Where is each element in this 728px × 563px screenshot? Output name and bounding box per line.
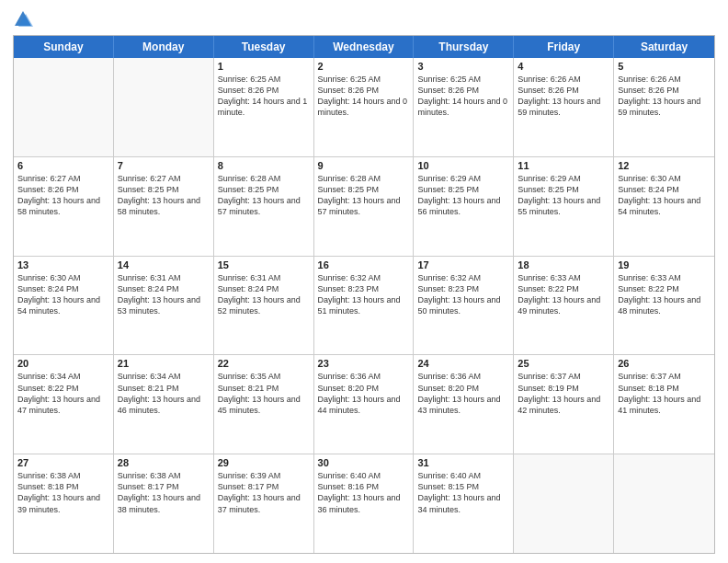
day-info: Sunrise: 6:33 AM Sunset: 8:22 PM Dayligh… (518, 272, 609, 317)
day-number: 31 (417, 457, 509, 468)
day-info: Sunrise: 6:37 AM Sunset: 8:19 PM Dayligh… (518, 371, 609, 416)
header-day-wednesday: Wednesday (314, 36, 415, 58)
day-info: Sunrise: 6:29 AM Sunset: 8:25 PM Dayligh… (518, 173, 609, 218)
day-number: 20 (17, 358, 109, 369)
day-info: Sunrise: 6:25 AM Sunset: 8:26 PM Dayligh… (417, 74, 509, 119)
day-number: 14 (118, 259, 210, 270)
cal-cell: 7Sunrise: 6:27 AM Sunset: 8:25 PM Daylig… (114, 157, 214, 256)
day-number: 11 (518, 160, 609, 171)
day-number: 18 (518, 259, 609, 270)
day-number: 27 (17, 457, 109, 468)
day-info: Sunrise: 6:35 AM Sunset: 8:21 PM Dayligh… (218, 371, 310, 416)
week-row-1: 1Sunrise: 6:25 AM Sunset: 8:26 PM Daylig… (14, 58, 714, 156)
day-info: Sunrise: 6:28 AM Sunset: 8:25 PM Dayligh… (218, 173, 310, 218)
cal-cell: 24Sunrise: 6:36 AM Sunset: 8:20 PM Dayli… (414, 355, 514, 454)
page: SundayMondayTuesdayWednesdayThursdayFrid… (0, 0, 728, 563)
day-number: 22 (218, 358, 310, 369)
day-number: 23 (318, 358, 410, 369)
week-row-4: 20Sunrise: 6:34 AM Sunset: 8:22 PM Dayli… (14, 354, 714, 454)
day-number: 17 (417, 259, 509, 270)
cal-cell: 8Sunrise: 6:28 AM Sunset: 8:25 PM Daylig… (214, 157, 314, 256)
cal-cell (114, 58, 214, 156)
day-info: Sunrise: 6:34 AM Sunset: 8:21 PM Dayligh… (118, 371, 210, 416)
day-info: Sunrise: 6:40 AM Sunset: 8:15 PM Dayligh… (417, 470, 509, 515)
cal-cell: 27Sunrise: 6:38 AM Sunset: 8:18 PM Dayli… (14, 454, 114, 553)
header-day-friday: Friday (514, 36, 614, 58)
cal-cell: 12Sunrise: 6:30 AM Sunset: 8:24 PM Dayli… (614, 157, 714, 256)
cal-cell: 1Sunrise: 6:25 AM Sunset: 8:26 PM Daylig… (214, 58, 314, 156)
calendar-header: SundayMondayTuesdayWednesdayThursdayFrid… (14, 36, 714, 58)
day-number: 8 (218, 160, 310, 171)
day-info: Sunrise: 6:31 AM Sunset: 8:24 PM Dayligh… (218, 272, 310, 317)
cal-cell: 16Sunrise: 6:32 AM Sunset: 8:23 PM Dayli… (314, 257, 415, 355)
cal-cell (514, 454, 614, 553)
day-info: Sunrise: 6:34 AM Sunset: 8:22 PM Dayligh… (17, 371, 109, 416)
header-day-saturday: Saturday (614, 36, 714, 58)
day-info: Sunrise: 6:27 AM Sunset: 8:25 PM Dayligh… (118, 173, 210, 218)
day-info: Sunrise: 6:25 AM Sunset: 8:26 PM Dayligh… (318, 74, 410, 119)
calendar: SundayMondayTuesdayWednesdayThursdayFrid… (13, 35, 715, 554)
cal-cell (14, 58, 114, 156)
header-day-monday: Monday (114, 36, 214, 58)
day-info: Sunrise: 6:36 AM Sunset: 8:20 PM Dayligh… (417, 371, 509, 416)
cal-cell: 30Sunrise: 6:40 AM Sunset: 8:16 PM Dayli… (314, 454, 415, 553)
cal-cell: 4Sunrise: 6:26 AM Sunset: 8:26 PM Daylig… (514, 58, 614, 156)
day-info: Sunrise: 6:37 AM Sunset: 8:18 PM Dayligh… (618, 371, 711, 416)
cal-cell: 17Sunrise: 6:32 AM Sunset: 8:23 PM Dayli… (414, 257, 514, 355)
cal-cell: 20Sunrise: 6:34 AM Sunset: 8:22 PM Dayli… (14, 355, 114, 454)
day-info: Sunrise: 6:38 AM Sunset: 8:17 PM Dayligh… (118, 470, 210, 515)
cal-cell: 11Sunrise: 6:29 AM Sunset: 8:25 PM Dayli… (514, 157, 614, 256)
day-info: Sunrise: 6:30 AM Sunset: 8:24 PM Dayligh… (17, 272, 109, 317)
cal-cell: 18Sunrise: 6:33 AM Sunset: 8:22 PM Dayli… (514, 257, 614, 355)
day-info: Sunrise: 6:25 AM Sunset: 8:26 PM Dayligh… (218, 74, 310, 119)
day-number: 2 (318, 61, 410, 72)
day-number: 7 (118, 160, 210, 171)
cal-cell: 22Sunrise: 6:35 AM Sunset: 8:21 PM Dayli… (214, 355, 314, 454)
day-number: 12 (618, 160, 711, 171)
cal-cell: 2Sunrise: 6:25 AM Sunset: 8:26 PM Daylig… (314, 58, 415, 156)
cal-cell: 5Sunrise: 6:26 AM Sunset: 8:26 PM Daylig… (614, 58, 714, 156)
day-number: 1 (218, 61, 310, 72)
cal-cell: 23Sunrise: 6:36 AM Sunset: 8:20 PM Dayli… (314, 355, 415, 454)
cal-cell: 10Sunrise: 6:29 AM Sunset: 8:25 PM Dayli… (414, 157, 514, 256)
week-row-3: 13Sunrise: 6:30 AM Sunset: 8:24 PM Dayli… (14, 256, 714, 355)
day-info: Sunrise: 6:38 AM Sunset: 8:18 PM Dayligh… (17, 470, 109, 515)
cal-cell: 21Sunrise: 6:34 AM Sunset: 8:21 PM Dayli… (114, 355, 214, 454)
day-number: 15 (218, 259, 310, 270)
header-day-thursday: Thursday (414, 36, 514, 58)
day-info: Sunrise: 6:33 AM Sunset: 8:22 PM Dayligh… (618, 272, 711, 317)
day-info: Sunrise: 6:32 AM Sunset: 8:23 PM Dayligh… (417, 272, 509, 317)
header-day-tuesday: Tuesday (214, 36, 314, 58)
week-row-2: 6Sunrise: 6:27 AM Sunset: 8:26 PM Daylig… (14, 156, 714, 256)
day-info: Sunrise: 6:27 AM Sunset: 8:26 PM Dayligh… (17, 173, 109, 218)
day-number: 28 (118, 457, 210, 468)
calendar-body: 1Sunrise: 6:25 AM Sunset: 8:26 PM Daylig… (14, 58, 714, 553)
header (13, 9, 715, 29)
day-number: 25 (518, 358, 609, 369)
day-number: 5 (618, 61, 711, 72)
day-number: 24 (417, 358, 509, 369)
cal-cell: 9Sunrise: 6:28 AM Sunset: 8:25 PM Daylig… (314, 157, 415, 256)
cal-cell: 26Sunrise: 6:37 AM Sunset: 8:18 PM Dayli… (614, 355, 714, 454)
day-info: Sunrise: 6:39 AM Sunset: 8:17 PM Dayligh… (218, 470, 310, 515)
week-row-5: 27Sunrise: 6:38 AM Sunset: 8:18 PM Dayli… (14, 454, 714, 553)
day-number: 6 (17, 160, 109, 171)
cal-cell: 31Sunrise: 6:40 AM Sunset: 8:15 PM Dayli… (414, 454, 514, 553)
cal-cell: 14Sunrise: 6:31 AM Sunset: 8:24 PM Dayli… (114, 257, 214, 355)
cal-cell: 15Sunrise: 6:31 AM Sunset: 8:24 PM Dayli… (214, 257, 314, 355)
day-info: Sunrise: 6:40 AM Sunset: 8:16 PM Dayligh… (318, 470, 410, 515)
day-number: 21 (118, 358, 210, 369)
day-info: Sunrise: 6:32 AM Sunset: 8:23 PM Dayligh… (318, 272, 410, 317)
cal-cell: 28Sunrise: 6:38 AM Sunset: 8:17 PM Dayli… (114, 454, 214, 553)
cal-cell: 6Sunrise: 6:27 AM Sunset: 8:26 PM Daylig… (14, 157, 114, 256)
logo-icon (13, 9, 33, 29)
day-number: 4 (518, 61, 609, 72)
day-number: 16 (318, 259, 410, 270)
day-number: 26 (618, 358, 711, 369)
day-info: Sunrise: 6:31 AM Sunset: 8:24 PM Dayligh… (118, 272, 210, 317)
day-number: 19 (618, 259, 711, 270)
day-info: Sunrise: 6:36 AM Sunset: 8:20 PM Dayligh… (318, 371, 410, 416)
day-number: 13 (17, 259, 109, 270)
cal-cell: 25Sunrise: 6:37 AM Sunset: 8:19 PM Dayli… (514, 355, 614, 454)
day-number: 3 (417, 61, 509, 72)
